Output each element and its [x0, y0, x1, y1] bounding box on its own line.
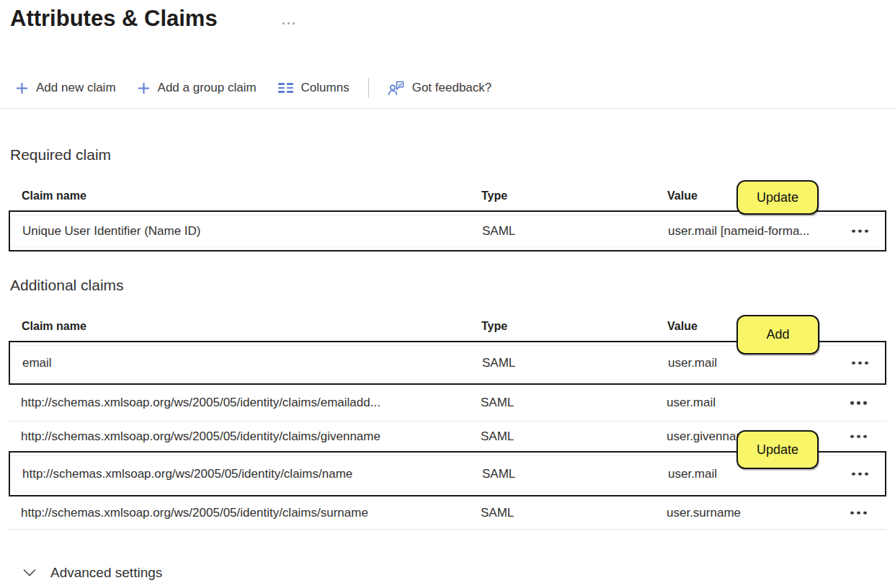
required-claim-row[interactable]: Unique User Identifier (Name ID) SAML us… [9, 210, 886, 251]
claim-row-surname[interactable]: http://schemas.xmlsoap.org/ws/2005/05/id… [9, 496, 886, 530]
row-more-options-button[interactable] [849, 468, 871, 479]
add-new-claim-button[interactable]: Add new claim [16, 81, 116, 95]
claim-row-emailaddress[interactable]: http://schemas.xmlsoap.org/ws/2005/05/id… [9, 385, 886, 422]
dot [865, 361, 868, 365]
row-more-options-button[interactable] [849, 357, 871, 368]
add-new-claim-label: Add new claim [36, 81, 116, 95]
annotation-add-email: Add [736, 315, 819, 355]
dot [288, 22, 290, 24]
claim-name-cell: http://schemas.xmlsoap.org/ws/2005/05/id… [21, 396, 380, 410]
dot [293, 22, 295, 24]
add-group-claim-button[interactable]: Add a group claim [138, 81, 257, 95]
claim-name-cell: http://schemas.xmlsoap.org/ws/2005/05/id… [22, 467, 352, 481]
additional-col-type: Type [481, 320, 507, 333]
dot [857, 435, 860, 438]
required-col-type: Type [481, 190, 507, 202]
claim-type-cell: SAML [482, 356, 515, 370]
dot [857, 511, 860, 514]
got-feedback-button[interactable]: Got feedback? [388, 81, 492, 96]
toolbar-divider-rule [0, 108, 895, 109]
columns-button[interactable]: Columns [278, 81, 349, 95]
required-col-value: Value [667, 190, 698, 202]
claim-name-cell: email [22, 356, 52, 370]
dot [863, 401, 867, 405]
dot [850, 511, 854, 514]
required-claim-heading: Required claim [10, 146, 111, 164]
claim-value-cell: user.mail [668, 356, 717, 370]
dot [850, 401, 854, 405]
dot [857, 401, 860, 405]
dot [858, 472, 862, 476]
claim-name-cell: Unique User Identifier (Name ID) [22, 224, 201, 239]
required-col-claim-name: Claim name [22, 190, 86, 202]
claim-value-cell: user.mail [668, 467, 717, 481]
row-more-options-button[interactable] [847, 398, 870, 409]
claim-name-cell: http://schemas.xmlsoap.org/ws/2005/05/id… [21, 506, 368, 520]
feedback-icon [388, 81, 404, 96]
claim-type-cell: SAML [482, 467, 515, 481]
claim-value-cell: user.mail [nameid-forma... [668, 224, 810, 239]
annotation-update-required: Update [736, 180, 819, 215]
dot [852, 472, 855, 476]
claim-type-cell: SAML [481, 396, 514, 410]
claim-name-cell: http://schemas.xmlsoap.org/ws/2005/05/id… [21, 429, 380, 444]
annotation-update-name: Update [736, 430, 819, 469]
columns-label: Columns [301, 81, 349, 95]
additional-claims-heading: Additional claims [10, 277, 124, 294]
dot [282, 22, 285, 24]
claim-type-cell: SAML [482, 224, 515, 239]
add-group-claim-label: Add a group claim [158, 81, 257, 95]
dot [865, 472, 868, 476]
dot [858, 361, 862, 365]
attributes-claims-page: Attributes & Claims Add new claim Add a … [0, 0, 895, 588]
toolbar-divider [368, 78, 369, 98]
command-bar: Add new claim Add a group claim Columns [16, 74, 491, 102]
dot [863, 435, 867, 438]
dot [850, 435, 854, 438]
chevron-down-icon [23, 565, 36, 581]
plus-icon [138, 82, 150, 94]
plus-icon [16, 82, 28, 94]
title-more-icon[interactable] [280, 19, 298, 27]
dot [865, 229, 868, 233]
dot [858, 229, 862, 233]
row-more-options-button[interactable] [847, 431, 870, 442]
claim-value-cell: user.mail [667, 396, 716, 410]
page-title: Attributes & Claims [10, 6, 218, 32]
additional-col-claim-name: Claim name [22, 320, 86, 333]
got-feedback-label: Got feedback? [412, 81, 492, 95]
dot [852, 361, 855, 365]
row-more-options-button[interactable] [847, 507, 870, 518]
claim-type-cell: SAML [481, 429, 514, 444]
advanced-settings-label: Advanced settings [50, 565, 162, 581]
claim-value-cell: user.surname [667, 506, 741, 520]
additional-col-value: Value [667, 320, 698, 333]
claim-type-cell: SAML [481, 506, 514, 520]
row-more-options-button[interactable] [849, 226, 871, 236]
columns-icon [278, 83, 293, 93]
advanced-settings-toggle[interactable]: Advanced settings [20, 562, 165, 584]
dot [852, 229, 855, 233]
dot [863, 511, 867, 514]
